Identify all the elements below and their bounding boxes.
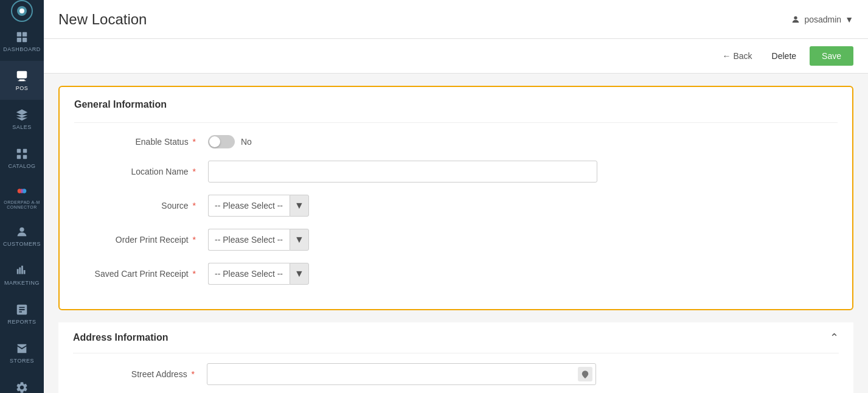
- pos-icon: [15, 69, 29, 83]
- sidebar-item-stores[interactable]: STORES: [0, 333, 44, 372]
- sidebar-item-reports[interactable]: REPORTS: [0, 294, 44, 333]
- sidebar-item-sales[interactable]: SALES: [0, 100, 44, 139]
- sidebar-item-stores-label: STORES: [10, 358, 34, 364]
- toolbar: ← Back Delete Save: [44, 39, 868, 74]
- sidebar-item-catalog[interactable]: CATALOG: [0, 139, 44, 178]
- chevron-down-icon: ▼: [845, 15, 853, 24]
- username-label: posadmin: [804, 15, 841, 24]
- street-address-label: Street Address *: [73, 369, 207, 379]
- sidebar-item-marketing-label: MARKETING: [4, 280, 40, 286]
- sidebar: DASHBOARD POS SALES CATALOG ORDERPAD A-M…: [0, 0, 44, 393]
- page-content: General Information Enable Status * No: [44, 74, 868, 393]
- saved-cart-print-receipt-label: Saved Cart Print Receipt *: [74, 269, 208, 279]
- order-print-receipt-select[interactable]: -- Please Select --: [208, 229, 290, 251]
- saved-cart-print-receipt-row: Saved Cart Print Receipt * -- Please Sel…: [74, 263, 838, 285]
- street-address-row: Street Address *: [73, 363, 839, 385]
- svg-rect-4: [23, 32, 27, 37]
- svg-rect-3: [17, 32, 21, 37]
- source-dropdown-btn[interactable]: ▼: [290, 195, 309, 217]
- sidebar-item-dashboard-label: DASHBOARD: [3, 46, 41, 52]
- chevron-down-icon: ▼: [294, 200, 304, 211]
- general-information-card: General Information Enable Status * No: [58, 86, 853, 310]
- map-icon[interactable]: [578, 367, 592, 381]
- arrow-left-icon: ←: [722, 51, 731, 61]
- toggle-knob: [209, 136, 220, 147]
- source-select[interactable]: -- Please Select --: [208, 195, 290, 217]
- save-button[interactable]: Save: [810, 46, 853, 66]
- required-indicator: *: [192, 369, 195, 379]
- required-indicator: *: [193, 167, 196, 176]
- enable-status-toggle[interactable]: [208, 135, 235, 148]
- user-menu[interactable]: posadmin ▼: [791, 15, 853, 24]
- order-print-receipt-select-wrapper: -- Please Select -- ▼: [208, 229, 309, 251]
- svg-point-18: [794, 16, 797, 19]
- chevron-down-icon: ▼: [294, 234, 304, 245]
- required-indicator: *: [193, 137, 196, 147]
- toggle-text: No: [241, 137, 252, 147]
- svg-rect-7: [17, 71, 27, 78]
- reports-icon: [15, 303, 29, 316]
- address-information-section: Address Information ⌃ Street Address *: [58, 322, 853, 393]
- sidebar-item-reports-label: REPORTS: [8, 319, 36, 325]
- general-information-title: General Information: [74, 99, 838, 110]
- order-print-receipt-label: Order Print Receipt *: [74, 235, 208, 245]
- delete-label: Delete: [772, 51, 796, 61]
- back-button[interactable]: ← Back: [716, 47, 758, 64]
- sidebar-item-system[interactable]: SYSTEM: [0, 372, 44, 393]
- save-label: Save: [822, 51, 841, 61]
- back-label: Back: [733, 51, 752, 61]
- sales-icon: [15, 108, 29, 122]
- svg-rect-10: [17, 149, 21, 153]
- required-indicator: *: [193, 235, 196, 245]
- order-print-receipt-row: Order Print Receipt * -- Please Select -…: [74, 229, 838, 251]
- page-title: New Location: [58, 11, 147, 28]
- user-icon: [791, 15, 800, 24]
- app-logo[interactable]: [0, 0, 44, 22]
- svg-rect-11: [23, 149, 27, 153]
- source-select-wrapper: -- Please Select -- ▼: [208, 195, 309, 217]
- location-name-input[interactable]: [208, 161, 597, 183]
- customers-icon: [15, 225, 29, 238]
- enable-status-row: Enable Status * No: [74, 135, 838, 148]
- street-address-input[interactable]: [207, 363, 596, 385]
- sidebar-item-dashboard[interactable]: DASHBOARD: [0, 22, 44, 61]
- source-label: Source *: [74, 201, 208, 210]
- catalog-icon: [15, 147, 29, 161]
- system-icon: [15, 381, 29, 393]
- page-header: New Location posadmin ▼: [44, 0, 868, 39]
- location-name-label: Location Name *: [74, 167, 208, 176]
- chevron-down-icon: ▼: [294, 268, 304, 279]
- svg-rect-12: [17, 155, 21, 159]
- sidebar-item-pos[interactable]: POS: [0, 61, 44, 100]
- required-indicator: *: [193, 269, 196, 279]
- svg-point-17: [19, 228, 24, 232]
- address-information-title: Address Information: [73, 332, 168, 343]
- saved-cart-print-receipt-select-wrapper: -- Please Select -- ▼: [208, 263, 309, 285]
- sidebar-item-pos-label: POS: [16, 85, 29, 91]
- saved-cart-print-receipt-select[interactable]: -- Please Select --: [208, 263, 290, 285]
- svg-point-16: [21, 189, 23, 193]
- sidebar-item-orderpad[interactable]: ORDERPAD A-M CONNECTOR: [0, 178, 44, 217]
- dashboard-icon: [15, 30, 29, 44]
- source-row: Source * -- Please Select -- ▼: [74, 195, 838, 217]
- svg-rect-5: [17, 38, 21, 42]
- sidebar-item-customers[interactable]: CUSTOMERS: [0, 217, 44, 256]
- street-address-input-wrapper: [207, 363, 596, 385]
- sidebar-item-marketing[interactable]: MARKETING: [0, 256, 44, 294]
- address-information-header: Address Information ⌃: [73, 322, 839, 353]
- toggle-wrapper: No: [208, 135, 252, 148]
- stores-icon: [15, 342, 29, 355]
- main-content: New Location posadmin ▼ ← Back Delete Sa…: [44, 0, 868, 393]
- marketing-icon: [15, 264, 29, 277]
- location-name-row: Location Name *: [74, 161, 838, 183]
- connector-icon: [15, 184, 29, 198]
- sidebar-item-sales-label: SALES: [12, 124, 32, 130]
- sidebar-item-catalog-label: CATALOG: [8, 163, 35, 169]
- required-indicator: *: [193, 201, 196, 210]
- order-print-receipt-dropdown-btn[interactable]: ▼: [290, 229, 309, 251]
- svg-rect-6: [23, 38, 27, 42]
- svg-rect-13: [23, 155, 27, 159]
- delete-button[interactable]: Delete: [766, 47, 802, 64]
- chevron-up-icon[interactable]: ⌃: [830, 331, 839, 344]
- saved-cart-dropdown-btn[interactable]: ▼: [290, 263, 309, 285]
